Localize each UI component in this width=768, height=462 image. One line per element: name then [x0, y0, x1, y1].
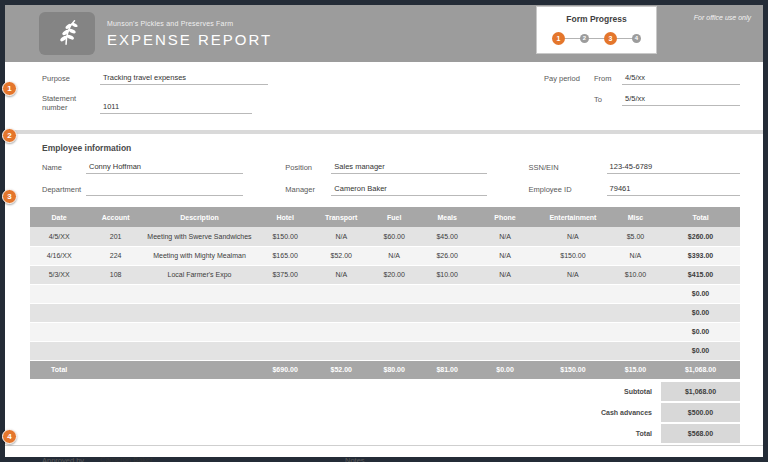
table-cell[interactable] [536, 284, 610, 303]
table-row: 4/16/XX224Meeting with Mighty Mealman$16… [30, 246, 740, 265]
table-cell[interactable]: N/A [610, 246, 661, 265]
table-cell[interactable] [610, 303, 661, 322]
table-body: 4/5/XX201Meeting with Swerve Sandwiches$… [30, 227, 740, 379]
employee-id-field[interactable]: 79461 [607, 184, 740, 196]
total-row-cell [88, 360, 143, 379]
table-cell[interactable]: N/A [474, 265, 536, 284]
ssn-ein-field[interactable]: 123-45-6789 [607, 162, 740, 174]
table-cell[interactable]: 201 [88, 227, 143, 246]
table-row: $0.00 [30, 284, 740, 303]
table-cell[interactable] [88, 341, 143, 360]
table-cell[interactable] [474, 322, 536, 341]
table-cell[interactable]: $0.00 [661, 284, 740, 303]
table-cell[interactable] [314, 341, 368, 360]
table-cell[interactable] [88, 322, 143, 341]
manager-field[interactable]: Cameron Baker [331, 184, 486, 196]
table-cell[interactable]: 4/5/XX [30, 227, 88, 246]
table-cell[interactable] [536, 341, 610, 360]
table-cell[interactable] [420, 303, 474, 322]
table-cell[interactable] [143, 303, 256, 322]
table-cell[interactable] [474, 303, 536, 322]
notes-field[interactable] [375, 455, 637, 462]
table-cell[interactable] [536, 303, 610, 322]
department-field[interactable] [86, 184, 243, 196]
table-cell[interactable]: $0.00 [661, 303, 740, 322]
table-cell[interactable] [536, 322, 610, 341]
table-cell[interactable]: N/A [474, 246, 536, 265]
table-cell[interactable] [610, 322, 661, 341]
table-cell[interactable] [314, 322, 368, 341]
table-cell[interactable] [88, 303, 143, 322]
table-cell[interactable]: $5.00 [610, 227, 661, 246]
table-cell[interactable] [368, 284, 420, 303]
table-cell[interactable] [30, 341, 88, 360]
table-cell[interactable] [474, 341, 536, 360]
purpose-field[interactable]: Tracking travel expenses [100, 73, 268, 85]
table-cell[interactable]: $393.00 [661, 246, 740, 265]
total-row-cell [143, 360, 256, 379]
table-cell[interactable]: 4/16/XX [30, 246, 88, 265]
table-cell[interactable] [143, 341, 256, 360]
table-cell[interactable] [256, 284, 314, 303]
table-cell[interactable] [30, 303, 88, 322]
table-cell[interactable]: $415.00 [661, 265, 740, 284]
pay-period-from-field[interactable]: 4/5/xx [622, 73, 740, 85]
table-cell[interactable]: $10.00 [610, 265, 661, 284]
table-cell[interactable]: 108 [88, 265, 143, 284]
table-cell[interactable] [314, 303, 368, 322]
table-cell[interactable]: $0.00 [661, 341, 740, 360]
table-cell[interactable]: N/A [474, 227, 536, 246]
table-cell[interactable]: $52.00 [314, 246, 368, 265]
table-cell[interactable]: N/A [368, 246, 420, 265]
table-cell[interactable]: N/A [314, 265, 368, 284]
table-cell[interactable] [368, 303, 420, 322]
table-cell[interactable]: $150.00 [536, 246, 610, 265]
table-cell[interactable] [610, 284, 661, 303]
table-cell[interactable] [368, 341, 420, 360]
table-cell[interactable]: $375.00 [256, 265, 314, 284]
table-cell[interactable]: 224 [88, 246, 143, 265]
company-name: Munson's Pickles and Preserves Farm [107, 20, 272, 27]
table-cell[interactable]: $26.00 [420, 246, 474, 265]
total-row-cell: $0.00 [474, 360, 536, 379]
table-header-row: DateAccountDescriptionHotelTransportFuel… [30, 207, 740, 227]
table-cell[interactable]: 5/3/XX [30, 265, 88, 284]
statement-number-field[interactable]: 1011 [100, 102, 252, 114]
table-cell[interactable] [474, 284, 536, 303]
table-cell[interactable]: N/A [314, 227, 368, 246]
table-cell[interactable]: $20.00 [368, 265, 420, 284]
table-cell[interactable]: N/A [536, 265, 610, 284]
table-cell[interactable]: $260.00 [661, 227, 740, 246]
table-cell[interactable]: $60.00 [368, 227, 420, 246]
name-field[interactable]: Conny Hoffman [86, 162, 243, 174]
table-cell[interactable]: Meeting with Swerve Sandwiches [143, 227, 256, 246]
table-cell[interactable] [420, 284, 474, 303]
table-cell[interactable] [30, 322, 88, 341]
table-cell[interactable] [256, 303, 314, 322]
table-cell[interactable] [256, 341, 314, 360]
table-cell[interactable]: $10.00 [420, 265, 474, 284]
approved-by-field[interactable]: Cameron Baker [97, 455, 315, 462]
table-cell[interactable]: Meeting with Mighty Mealman [143, 246, 256, 265]
table-cell[interactable]: $165.00 [256, 246, 314, 265]
table-cell[interactable]: $0.00 [661, 322, 740, 341]
table-cell[interactable] [368, 322, 420, 341]
table-cell[interactable] [420, 341, 474, 360]
table-cell[interactable] [256, 322, 314, 341]
table-cell[interactable]: Local Farmer's Expo [143, 265, 256, 284]
table-cell[interactable] [610, 341, 661, 360]
table-cell[interactable]: $150.00 [256, 227, 314, 246]
column-header: Hotel [256, 207, 314, 227]
table-cell[interactable] [30, 284, 88, 303]
table-cell[interactable] [420, 322, 474, 341]
pay-period-to-field[interactable]: 5/5/xx [622, 94, 740, 106]
table-cell[interactable] [143, 322, 256, 341]
total-row-cell: $690.00 [256, 360, 314, 379]
column-header: Transport [314, 207, 368, 227]
position-field[interactable]: Sales manager [331, 162, 486, 174]
table-cell[interactable]: N/A [536, 227, 610, 246]
table-cell[interactable]: $45.00 [420, 227, 474, 246]
table-cell[interactable] [88, 284, 143, 303]
table-cell[interactable] [143, 284, 256, 303]
table-cell[interactable] [314, 284, 368, 303]
